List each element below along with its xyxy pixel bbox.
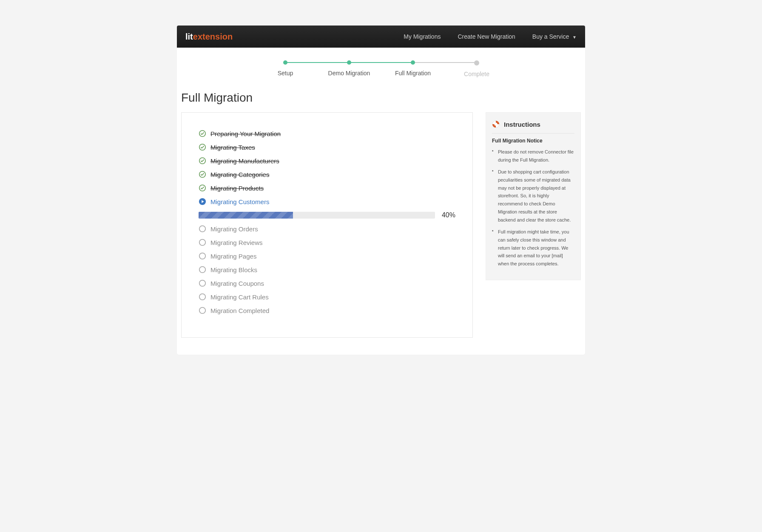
migration-progress-panel: Preparing Your Migration Migrating Taxes… (181, 112, 473, 338)
step-label: Complete (464, 71, 489, 77)
circle-icon (199, 266, 206, 273)
step-setup: Setup (253, 60, 317, 77)
stepper: Setup Demo Migration Full Migration Comp… (177, 60, 585, 77)
circle-icon (199, 252, 206, 260)
task-row-categories: Migrating Categories (199, 171, 455, 178)
logo-part2: extension (193, 32, 233, 41)
instructions-subtitle: Full Migration Notice (492, 138, 574, 144)
svg-point-8 (199, 253, 205, 259)
task-label: Migrating Products (210, 185, 264, 192)
nav: My Migrations Create New Migration Buy a… (404, 33, 577, 40)
task-label: Migrating Orders (210, 225, 258, 233)
app-window: litextension My Migrations Create New Mi… (177, 26, 585, 355)
circle-icon (199, 279, 206, 287)
task-row-coupons: Migrating Coupons (199, 279, 455, 287)
svg-point-10 (199, 280, 205, 286)
svg-point-12 (199, 307, 205, 313)
step-dot-icon (474, 60, 479, 65)
task-row-blocks: Migrating Blocks (199, 266, 455, 273)
step-label: Full Migration (395, 70, 431, 77)
nav-my-migrations[interactable]: My Migrations (404, 33, 441, 40)
task-row-reviews: Migrating Reviews (199, 239, 455, 246)
svg-point-6 (199, 226, 205, 232)
task-row-taxes: Migrating Taxes (199, 143, 455, 151)
task-row-preparing: Preparing Your Migration (199, 130, 455, 137)
nav-create-migration[interactable]: Create New Migration (458, 33, 515, 40)
step-connector (413, 62, 477, 63)
nav-buy-service[interactable]: Buy a Service ▼ (532, 33, 577, 40)
task-label: Migrating Cart Rules (210, 293, 269, 301)
nav-buy-label: Buy a Service (532, 33, 569, 40)
play-circle-icon (199, 198, 206, 205)
instruction-item: Due to shopping cart configuration pecul… (492, 168, 574, 224)
task-label: Migrating Reviews (210, 239, 263, 246)
task-label: Migrating Categories (210, 171, 269, 178)
instructions-panel: Instructions Full Migration Notice Pleas… (486, 112, 581, 280)
circle-icon (199, 293, 206, 301)
progress-bar (199, 212, 435, 219)
logo: litextension (185, 32, 233, 42)
instruction-item: Full migration might take time, you can … (492, 228, 574, 267)
task-label: Migrating Pages (210, 253, 256, 260)
check-circle-icon (199, 130, 206, 137)
page-title: Full Migration (177, 89, 585, 112)
task-row-products: Migrating Products (199, 184, 455, 192)
progress-fill (199, 212, 293, 219)
content: Setup Demo Migration Full Migration Comp… (177, 48, 585, 355)
step-dot-icon (411, 60, 415, 65)
task-row-orders: Migrating Orders (199, 225, 455, 233)
life-ring-icon (492, 120, 500, 128)
check-circle-icon (199, 143, 206, 151)
logo-part1: lit (185, 32, 193, 41)
check-circle-icon (199, 157, 206, 165)
svg-point-7 (199, 239, 205, 245)
task-row-pages: Migrating Pages (199, 252, 455, 260)
task-label: Migrating Taxes (210, 144, 255, 151)
step-connector (285, 62, 349, 63)
task-label: Preparing Your Migration (210, 130, 281, 137)
step-label: Demo Migration (328, 70, 370, 77)
task-row-cart-rules: Migrating Cart Rules (199, 293, 455, 301)
task-label: Migrating Customers (210, 198, 269, 205)
svg-point-11 (199, 294, 205, 300)
step-dot-icon (347, 60, 351, 65)
topbar: litextension My Migrations Create New Mi… (177, 26, 585, 48)
step-label: Setup (278, 70, 293, 77)
chevron-down-icon: ▼ (572, 35, 577, 40)
svg-point-14 (495, 123, 497, 125)
progress-percent: 40% (442, 211, 455, 219)
progress-wrap: 40% (199, 211, 455, 219)
circle-icon (199, 307, 206, 314)
step-complete: Complete (445, 60, 509, 77)
task-label: Migrating Coupons (210, 280, 264, 287)
instructions-list: Please do not remove Connector file duri… (492, 148, 574, 268)
task-row-customers: Migrating Customers (199, 198, 455, 205)
instructions-title: Instructions (504, 121, 540, 128)
svg-point-9 (199, 267, 205, 273)
task-label: Migrating Blocks (210, 266, 257, 273)
circle-icon (199, 225, 206, 233)
instruction-item: Please do not remove Connector file duri… (492, 148, 574, 164)
task-label: Migration Completed (210, 307, 269, 314)
task-row-completed: Migration Completed (199, 307, 455, 314)
check-circle-icon (199, 171, 206, 178)
circle-icon (199, 239, 206, 246)
task-row-manufacturers: Migrating Manufacturers (199, 157, 455, 165)
check-circle-icon (199, 184, 206, 192)
step-connector (349, 62, 413, 63)
task-label: Migrating Manufacturers (210, 157, 279, 165)
step-dot-icon (283, 60, 287, 65)
